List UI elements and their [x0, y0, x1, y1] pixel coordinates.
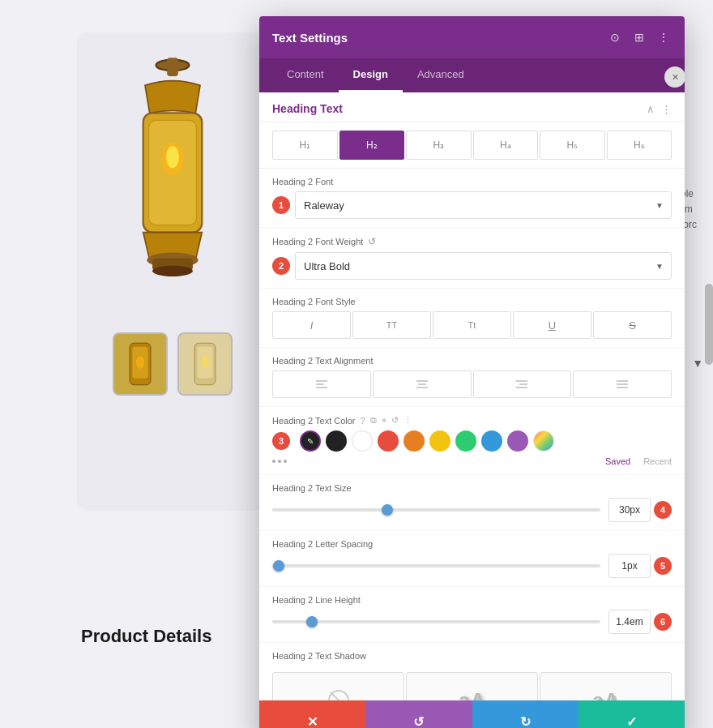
section-more-icon[interactable]: ⋮	[661, 103, 672, 115]
strikethrough-button[interactable]: S	[593, 311, 672, 339]
swatch-yellow[interactable]	[429, 430, 450, 452]
letter-spacing-thumb[interactable]	[273, 560, 284, 572]
line-height-field-group: Heading 2 Line Height 6	[259, 587, 685, 643]
thumbnail-2[interactable]	[177, 332, 233, 396]
uppercase-button[interactable]: TT	[352, 311, 431, 339]
color-more-icon[interactable]: ⋮	[403, 415, 412, 426]
text-size-input[interactable]	[608, 498, 651, 522]
h-level-1[interactable]: H₁	[272, 131, 338, 160]
modal-footer: ✕ ↺ ↻ ✓	[259, 700, 685, 728]
letter-spacing-slider-track[interactable]	[272, 564, 600, 567]
italic-button[interactable]: I	[272, 311, 351, 339]
swatch-green[interactable]	[455, 430, 476, 452]
columns-icon[interactable]: ⊞	[631, 29, 647, 45]
target-icon[interactable]: ⊙	[607, 29, 623, 45]
tab-design[interactable]: Design	[339, 58, 403, 92]
align-left-button[interactable]	[272, 370, 371, 398]
dot-1	[272, 460, 275, 463]
font-weight-reset-icon[interactable]: ↺	[368, 236, 376, 247]
undo-button[interactable]: ↺	[365, 700, 472, 728]
more-swatches-dots	[272, 460, 287, 463]
color-help-icon[interactable]: ?	[361, 416, 365, 426]
align-justify-button[interactable]	[573, 370, 672, 398]
step-badge-4: 4	[654, 501, 672, 519]
line-height-slider-track[interactable]	[272, 620, 600, 623]
font-style-label: Heading 2 Font Style	[272, 297, 672, 306]
shadow-soft-option[interactable]: aA	[406, 672, 538, 700]
font-style-field-group: Heading 2 Font Style I TT Tt U S	[259, 289, 685, 348]
letter-spacing-value-wrap: 5	[608, 554, 672, 578]
dot-3	[284, 460, 287, 463]
right-arrow-icon[interactable]: ▼	[692, 357, 703, 370]
h-level-6[interactable]: H₆	[607, 131, 672, 160]
close-button[interactable]: ✕	[664, 66, 685, 88]
section-title: Heading Text	[272, 102, 343, 115]
redo-button[interactable]: ↻	[472, 700, 579, 728]
font-weight-label: Heading 2 Font Weight ↺	[272, 236, 672, 247]
h-level-5[interactable]: H₅	[540, 131, 605, 160]
eyedropper-swatch[interactable]: ✎	[300, 430, 321, 452]
swatch-purple[interactable]	[507, 430, 528, 452]
font-style-buttons: I TT Tt U S	[272, 311, 672, 339]
text-size-thumb[interactable]	[382, 504, 393, 516]
text-alignment-field-group: Heading 2 Text Alignment	[259, 348, 685, 407]
dot-2	[278, 460, 281, 463]
align-right-button[interactable]	[473, 370, 572, 398]
modal-header-icons: ⊙ ⊞ ⋮	[607, 29, 672, 45]
section-header-icons: ∧ ⋮	[647, 103, 672, 115]
h-level-4[interactable]: H₄	[473, 131, 539, 160]
product-main-image	[108, 49, 237, 324]
shadow-hard-option[interactable]: aA	[540, 672, 672, 700]
color-reset-icon[interactable]: ↺	[391, 415, 399, 426]
line-height-value-wrap: 6	[608, 610, 672, 634]
swatch-black[interactable]	[326, 430, 347, 452]
letter-spacing-label: Heading 2 Letter Spacing	[272, 539, 672, 549]
letter-spacing-input[interactable]	[608, 554, 651, 578]
tab-advanced[interactable]: Advanced	[403, 58, 479, 92]
capitalize-button[interactable]: Tt	[433, 311, 511, 339]
shadow-none-option[interactable]	[272, 672, 404, 700]
line-height-slider-row: 6	[272, 610, 672, 634]
saved-tab[interactable]: Saved	[605, 456, 630, 466]
color-clipboard-icon[interactable]: ⧉	[370, 415, 377, 426]
color-eyedropper-icon[interactable]: ⌖	[382, 415, 386, 426]
line-height-thumb[interactable]	[306, 616, 318, 627]
swatch-gradient[interactable]	[533, 430, 554, 452]
text-color-label: Heading 2 Text Color ? ⧉ ⌖ ↺ ⋮	[272, 415, 672, 426]
line-height-label: Heading 2 Line Height	[272, 595, 672, 605]
step-badge-1: 1	[272, 196, 290, 214]
text-size-slider-track[interactable]	[272, 508, 600, 512]
collapse-icon[interactable]: ∧	[647, 103, 655, 115]
font-select-wrapper: 1 Raleway ▼	[272, 191, 672, 219]
confirm-button[interactable]: ✓	[579, 700, 685, 728]
align-center-button[interactable]	[373, 370, 472, 398]
text-size-field-group: Heading 2 Text Size 4	[259, 475, 685, 531]
font-weight-select-wrapper: 2 Ultra Bold ▼	[272, 252, 672, 280]
scrollbar[interactable]	[705, 284, 713, 365]
color-footer-row: Saved Recent	[272, 456, 672, 466]
h-level-3[interactable]: H₃	[406, 131, 472, 160]
recent-tab[interactable]: Recent	[643, 456, 672, 466]
font-select[interactable]: Raleway	[295, 191, 672, 219]
letter-spacing-field-group: Heading 2 Letter Spacing 5	[259, 531, 685, 587]
thumbnail-1[interactable]	[113, 332, 168, 396]
text-settings-modal: Text Settings ⊙ ⊞ ⋮ Content Design Advan…	[259, 16, 685, 728]
swatch-orange[interactable]	[403, 430, 425, 452]
color-swatches-row: 3 ✎	[272, 430, 672, 452]
swatch-white[interactable]	[352, 430, 373, 452]
more-options-icon[interactable]: ⋮	[655, 29, 672, 45]
modal-tabs: Content Design Advanced	[259, 58, 685, 92]
swatch-red[interactable]	[378, 430, 399, 452]
text-size-value-wrap: 4	[608, 498, 672, 522]
color-tabs-row: Saved Recent	[605, 456, 672, 466]
cancel-button[interactable]: ✕	[259, 700, 365, 728]
step-badge-2: 2	[272, 257, 290, 275]
h-level-2[interactable]: H₂	[339, 131, 405, 160]
swatch-blue[interactable]	[481, 430, 502, 452]
line-height-input[interactable]	[608, 610, 651, 634]
underline-button[interactable]: U	[513, 311, 591, 339]
tab-content[interactable]: Content	[272, 58, 339, 92]
font-weight-select[interactable]: Ultra Bold	[295, 252, 672, 280]
modal-title: Text Settings	[272, 31, 348, 45]
text-size-slider-row: 4	[272, 498, 672, 522]
